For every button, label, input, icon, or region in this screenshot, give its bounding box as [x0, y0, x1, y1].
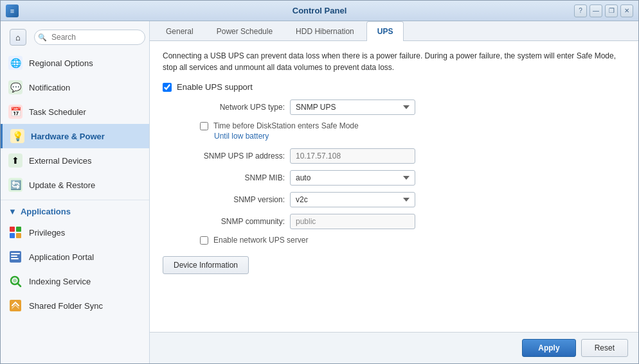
- svg-rect-2: [10, 233, 15, 238]
- tab-power-schedule[interactable]: Power Schedule: [206, 21, 284, 41]
- svg-rect-5: [11, 253, 20, 254]
- titlebar: ≡ Control Panel ? — ❐ ✕: [1, 1, 638, 21]
- search-wrapper: [34, 30, 145, 45]
- sidebar: ⌂ 🌐 Regional Options 💬 Notification 📅 Ta…: [1, 21, 150, 363]
- control-panel-window: ≡ Control Panel ? — ❐ ✕ ⌂ 🌐 Re: [0, 0, 639, 364]
- sidebar-section-applications[interactable]: ▼ Applications: [1, 203, 149, 220]
- help-button[interactable]: ?: [574, 4, 587, 17]
- sidebar-item-label: Indexing Service: [29, 277, 91, 286]
- enable-network-ups-label[interactable]: Enable network UPS server: [213, 236, 308, 245]
- sidebar-item-notification[interactable]: 💬 Notification: [1, 75, 149, 100]
- network-ups-type-row: Network UPS type: SNMP UPS Synology UPS …: [176, 100, 626, 115]
- app-icon: ≡: [6, 4, 19, 17]
- main-panel: General Power Schedule HDD Hibernation U…: [150, 21, 638, 363]
- panel-footer: Apply Reset: [150, 332, 638, 363]
- external-devices-icon: ⬆: [8, 153, 22, 168]
- chevron-down-icon: ▼: [8, 207, 17, 216]
- snmp-version-label: SNMP version:: [176, 195, 285, 204]
- sidebar-item-task-scheduler[interactable]: 📅 Task Scheduler: [1, 100, 149, 124]
- svg-rect-1: [16, 227, 21, 232]
- sidebar-top: ⌂: [1, 21, 149, 51]
- snmp-mib-label: SNMP MIB:: [176, 173, 285, 182]
- task-scheduler-icon: 📅: [8, 105, 22, 119]
- sidebar-item-label: Application Portal: [29, 252, 94, 262]
- sidebar-item-external-devices[interactable]: ⬆ External Devices: [1, 148, 149, 173]
- sidebar-item-privileges[interactable]: Privileges: [1, 220, 149, 245]
- regional-options-icon: 🌐: [8, 56, 22, 70]
- reset-button[interactable]: Reset: [581, 339, 628, 357]
- safe-mode-checkbox[interactable]: [200, 122, 208, 130]
- application-portal-icon: [8, 250, 22, 264]
- update-restore-icon: 🔄: [8, 178, 22, 192]
- snmp-version-row: SNMP version: v1 v2c v3: [176, 192, 626, 207]
- snmp-ip-label: SNMP UPS IP address:: [176, 152, 285, 160]
- enable-ups-label[interactable]: Enable UPS support: [177, 82, 253, 92]
- sidebar-item-label: Notification: [29, 83, 70, 92]
- tab-hdd-hibernation[interactable]: HDD Hibernation: [285, 21, 365, 41]
- snmp-community-input[interactable]: [290, 214, 415, 229]
- sidebar-item-label: Privileges: [29, 228, 65, 238]
- enable-network-ups-checkbox[interactable]: [200, 236, 208, 245]
- sidebar-item-regional-options[interactable]: 🌐 Regional Options: [1, 51, 149, 75]
- ups-panel-content: Connecting a USB UPS can prevent data lo…: [150, 41, 638, 332]
- content-area: ⌂ 🌐 Regional Options 💬 Notification 📅 Ta…: [1, 21, 638, 363]
- notification-icon: 💬: [8, 80, 22, 94]
- svg-rect-7: [11, 258, 19, 259]
- apply-button[interactable]: Apply: [522, 339, 575, 357]
- snmp-version-select[interactable]: v1 v2c v3: [290, 192, 415, 207]
- svg-rect-0: [10, 227, 15, 232]
- enable-network-ups-row: Enable network UPS server: [200, 236, 626, 245]
- tab-general[interactable]: General: [155, 21, 204, 41]
- sidebar-divider: [1, 200, 149, 200]
- section-label: Applications: [21, 207, 71, 216]
- snmp-community-label: SNMP community:: [176, 217, 285, 226]
- ups-info-text: Connecting a USB UPS can prevent data lo…: [163, 50, 626, 73]
- window-title: Control Panel: [292, 6, 347, 15]
- snmp-mib-row: SNMP MIB: auto APC MGE CyberPower: [176, 170, 626, 186]
- snmp-mib-select[interactable]: auto APC MGE CyberPower: [290, 170, 415, 186]
- sidebar-item-indexing-service[interactable]: Indexing Service: [1, 269, 149, 293]
- ups-form-section: Network UPS type: SNMP UPS Synology UPS …: [176, 100, 626, 245]
- minimize-button[interactable]: —: [590, 4, 602, 17]
- sidebar-item-shared-folder-sync[interactable]: Shared Folder Sync: [1, 293, 149, 318]
- network-ups-type-select[interactable]: SNMP UPS Synology UPS Server Other: [290, 100, 415, 115]
- svg-line-9: [18, 284, 21, 287]
- sidebar-item-application-portal[interactable]: Application Portal: [1, 245, 149, 269]
- sidebar-item-label: Shared Folder Sync: [29, 301, 103, 311]
- snmp-community-row: SNMP community:: [176, 214, 626, 229]
- sidebar-item-update-restore[interactable]: 🔄 Update & Restore: [1, 173, 149, 197]
- enable-ups-row: Enable UPS support: [163, 82, 626, 92]
- restore-button[interactable]: ❐: [605, 4, 618, 17]
- sidebar-item-label: Task Scheduler: [29, 107, 86, 117]
- shared-folder-sync-icon: [8, 299, 22, 313]
- home-button[interactable]: ⌂: [10, 29, 26, 46]
- close-button[interactable]: ✕: [620, 4, 633, 17]
- sidebar-item-label: Regional Options: [29, 58, 93, 68]
- snmp-ip-row: SNMP UPS IP address:: [176, 148, 626, 164]
- sidebar-item-label: Hardware & Power: [31, 132, 105, 141]
- titlebar-controls: ? — ❐ ✕: [574, 4, 633, 17]
- svg-rect-6: [11, 256, 17, 257]
- search-input[interactable]: [34, 30, 145, 45]
- tab-ups[interactable]: UPS: [366, 21, 404, 41]
- safe-mode-label[interactable]: Time before DiskStation enters Safe Mode: [213, 121, 359, 130]
- titlebar-left: ≡: [6, 4, 19, 17]
- until-low-battery-link[interactable]: Until low battery: [214, 132, 626, 141]
- svg-rect-3: [16, 233, 21, 238]
- home-icon: ⌂: [15, 33, 21, 42]
- privileges-icon: [8, 225, 22, 239]
- sidebar-item-hardware-power[interactable]: 💡 Hardware & Power: [1, 124, 149, 148]
- safe-mode-row: Time before DiskStation enters Safe Mode: [200, 121, 626, 130]
- hardware-power-icon: 💡: [10, 129, 24, 143]
- enable-ups-checkbox[interactable]: [163, 83, 172, 92]
- indexing-service-icon: [8, 274, 22, 288]
- network-ups-type-label: Network UPS type:: [176, 103, 285, 112]
- sidebar-item-label: Update & Restore: [29, 180, 95, 190]
- svg-point-10: [13, 279, 17, 282]
- sidebar-item-label: External Devices: [29, 156, 92, 166]
- tab-bar: General Power Schedule HDD Hibernation U…: [150, 21, 638, 41]
- snmp-ip-input[interactable]: [290, 148, 415, 164]
- device-information-button[interactable]: Device Information: [163, 256, 249, 274]
